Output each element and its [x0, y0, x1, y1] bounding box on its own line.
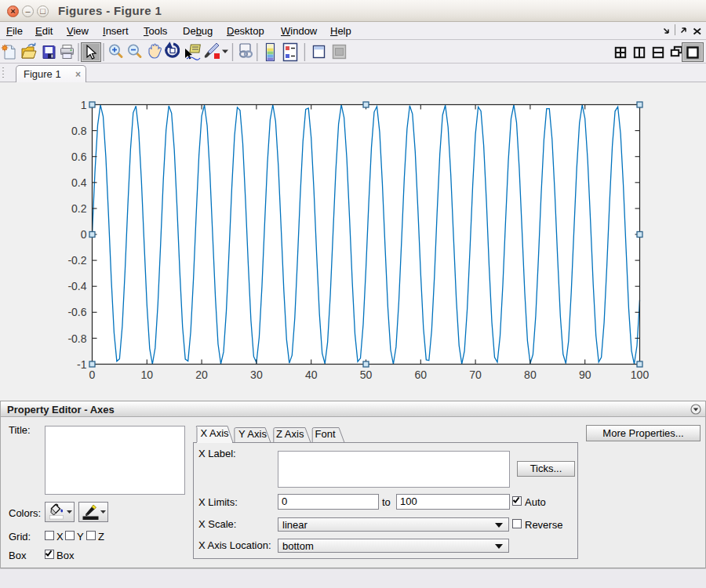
svg-text:100: 100 — [631, 368, 650, 381]
svg-text:X Axis: X Axis — [201, 427, 230, 439]
svg-text:-0.2: -0.2 — [67, 254, 86, 267]
svg-text:-1: -1 — [77, 358, 87, 371]
svg-text:10: 10 — [141, 368, 154, 381]
svg-text:60: 60 — [415, 368, 428, 381]
svg-text:50: 50 — [360, 368, 373, 381]
svg-text:Font: Font — [315, 428, 336, 440]
svg-text:0.6: 0.6 — [71, 151, 87, 163]
svg-text:70: 70 — [469, 368, 482, 381]
svg-text:0.8: 0.8 — [71, 125, 87, 137]
svg-text:-0.4: -0.4 — [67, 280, 86, 292]
svg-text:0: 0 — [81, 228, 87, 241]
svg-text:40: 40 — [305, 368, 318, 381]
svg-text:80: 80 — [524, 368, 537, 381]
svg-text:-0.6: -0.6 — [67, 306, 86, 318]
svg-text:0.2: 0.2 — [71, 202, 87, 215]
svg-text:-0.8: -0.8 — [67, 332, 86, 345]
svg-text:Y Axis: Y Axis — [238, 428, 267, 440]
svg-text:30: 30 — [250, 368, 263, 381]
svg-text:0.4: 0.4 — [71, 176, 87, 189]
svg-text:20: 20 — [195, 368, 208, 381]
svg-text:90: 90 — [579, 368, 591, 381]
svg-text:0: 0 — [89, 368, 96, 381]
svg-text:1: 1 — [81, 99, 87, 111]
svg-text:Z Axis: Z Axis — [276, 428, 304, 440]
